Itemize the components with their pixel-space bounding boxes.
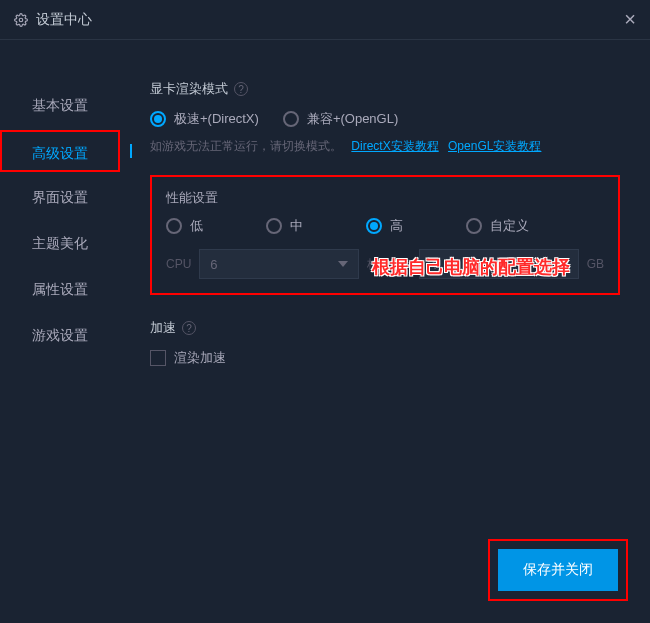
render-hint: 如游戏无法正常运行，请切换模式。 DirectX安装教程 OpenGL安装教程: [150, 138, 620, 155]
mem-unit: GB: [587, 257, 604, 271]
accel-section: 加速 ? 渲染加速: [150, 319, 620, 367]
link-directx-tutorial[interactable]: DirectX安装教程: [351, 139, 438, 153]
radio-low[interactable]: 低: [166, 217, 266, 235]
chevron-down-icon: [338, 261, 348, 267]
radio-high[interactable]: 高: [366, 217, 466, 235]
content-area: 显卡渲染模式 ? 极速+(DirectX) 兼容+(OpenGL) 如游戏无法正…: [120, 40, 650, 623]
radio-custom-label: 自定义: [490, 217, 529, 235]
radio-high-label: 高: [390, 217, 403, 235]
radio-opengl-label: 兼容+(OpenGL): [307, 110, 398, 128]
titlebar: 设置中心 ×: [0, 0, 650, 40]
accel-label: 加速: [150, 319, 176, 337]
nav-interface[interactable]: 界面设置: [0, 176, 120, 218]
performance-levels: 低 中 高 自定义: [166, 217, 604, 235]
nav-basic[interactable]: 基本设置: [0, 84, 120, 126]
cpu-label: CPU: [166, 257, 191, 271]
render-accel-checkbox[interactable]: [150, 350, 166, 366]
hint-prefix: 如游戏无法正常运行，请切换模式。: [150, 139, 342, 153]
radio-circle-icon: [366, 218, 382, 234]
nav-theme[interactable]: 主题美化: [0, 222, 120, 264]
nav-game[interactable]: 游戏设置: [0, 314, 120, 356]
save-button-highlight: 保存并关闭: [488, 539, 628, 601]
radio-circle-icon: [283, 111, 299, 127]
radio-mid-label: 中: [290, 217, 303, 235]
gear-icon: [14, 13, 28, 27]
radio-circle-icon: [150, 111, 166, 127]
render-mode-label: 显卡渲染模式 ?: [150, 80, 620, 98]
performance-label: 性能设置: [166, 189, 604, 207]
cpu-value: 6: [210, 257, 217, 272]
save-button[interactable]: 保存并关闭: [498, 549, 618, 591]
sidebar: 基本设置 高级设置 界面设置 主题美化 属性设置 游戏设置: [0, 40, 120, 623]
help-icon[interactable]: ?: [182, 321, 196, 335]
close-icon[interactable]: ×: [624, 8, 636, 31]
accel-checkbox-row: 渲染加速: [150, 349, 620, 367]
nav-advanced[interactable]: 高级设置: [0, 130, 120, 172]
radio-low-label: 低: [190, 217, 203, 235]
svg-point-0: [19, 18, 23, 22]
radio-directx-label: 极速+(DirectX): [174, 110, 259, 128]
radio-custom[interactable]: 自定义: [466, 217, 566, 235]
accel-label-row: 加速 ?: [150, 319, 620, 337]
radio-circle-icon: [466, 218, 482, 234]
render-mode-options: 极速+(DirectX) 兼容+(OpenGL): [150, 110, 620, 128]
help-icon[interactable]: ?: [234, 82, 248, 96]
annotation-text: 根据自己电脑的配置选择: [372, 255, 570, 279]
cpu-select[interactable]: 6: [199, 249, 359, 279]
render-accel-label: 渲染加速: [174, 349, 226, 367]
render-mode-text: 显卡渲染模式: [150, 80, 228, 98]
radio-directx[interactable]: 极速+(DirectX): [150, 110, 259, 128]
nav-property[interactable]: 属性设置: [0, 268, 120, 310]
radio-mid[interactable]: 中: [266, 217, 366, 235]
radio-opengl[interactable]: 兼容+(OpenGL): [283, 110, 398, 128]
radio-circle-icon: [266, 218, 282, 234]
radio-circle-icon: [166, 218, 182, 234]
link-opengl-tutorial[interactable]: OpenGL安装教程: [448, 139, 541, 153]
window-title: 设置中心: [36, 11, 92, 29]
